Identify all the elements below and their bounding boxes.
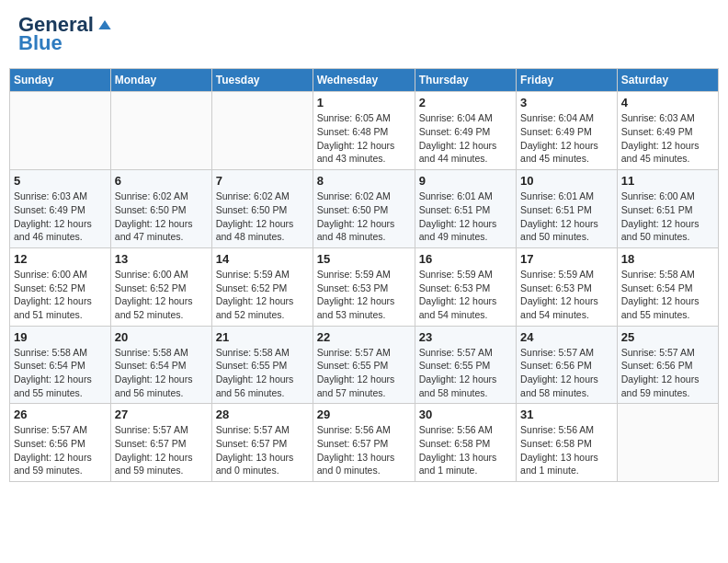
day-number: 29 xyxy=(317,408,411,421)
weekday-header-monday: Monday xyxy=(110,69,211,92)
calendar-cell: 30Sunrise: 5:56 AM Sunset: 6:58 PM Dayli… xyxy=(415,404,516,482)
day-info: Sunrise: 6:01 AM Sunset: 6:51 PM Dayligh… xyxy=(520,190,613,244)
calendar-cell: 22Sunrise: 5:57 AM Sunset: 6:55 PM Dayli… xyxy=(313,326,415,404)
day-number: 2 xyxy=(419,96,512,109)
day-info: Sunrise: 5:57 AM Sunset: 6:55 PM Dayligh… xyxy=(317,346,411,400)
calendar-cell xyxy=(10,92,111,170)
calendar-cell: 21Sunrise: 5:58 AM Sunset: 6:55 PM Dayli… xyxy=(211,326,313,404)
weekday-header-wednesday: Wednesday xyxy=(313,69,415,92)
day-number: 5 xyxy=(14,174,107,188)
day-info: Sunrise: 5:59 AM Sunset: 6:53 PM Dayligh… xyxy=(520,268,613,322)
calendar-cell: 20Sunrise: 5:58 AM Sunset: 6:54 PM Dayli… xyxy=(110,326,211,404)
day-info: Sunrise: 5:57 AM Sunset: 6:56 PM Dayligh… xyxy=(520,346,613,400)
day-info: Sunrise: 5:56 AM Sunset: 6:58 PM Dayligh… xyxy=(419,423,512,477)
day-number: 12 xyxy=(14,252,107,266)
day-number: 13 xyxy=(115,252,208,266)
day-info: Sunrise: 5:58 AM Sunset: 6:55 PM Dayligh… xyxy=(216,346,309,400)
day-number: 22 xyxy=(317,330,411,344)
weekday-header-tuesday: Tuesday xyxy=(211,69,313,92)
calendar-cell: 28Sunrise: 5:57 AM Sunset: 6:57 PM Dayli… xyxy=(211,404,313,482)
day-info: Sunrise: 6:02 AM Sunset: 6:50 PM Dayligh… xyxy=(115,190,208,244)
day-info: Sunrise: 5:57 AM Sunset: 6:57 PM Dayligh… xyxy=(115,423,208,477)
day-info: Sunrise: 5:58 AM Sunset: 6:54 PM Dayligh… xyxy=(621,268,714,322)
logo: General Blue xyxy=(18,14,114,54)
day-number: 7 xyxy=(216,174,309,188)
weekday-header-thursday: Thursday xyxy=(415,69,516,92)
calendar-cell: 1Sunrise: 6:05 AM Sunset: 6:48 PM Daylig… xyxy=(313,92,415,170)
day-info: Sunrise: 6:03 AM Sunset: 6:49 PM Dayligh… xyxy=(621,111,714,166)
day-number: 14 xyxy=(216,252,309,266)
day-info: Sunrise: 5:57 AM Sunset: 6:56 PM Dayligh… xyxy=(621,346,714,400)
calendar-week-1: 1Sunrise: 6:05 AM Sunset: 6:48 PM Daylig… xyxy=(10,92,719,170)
day-number: 28 xyxy=(216,408,309,421)
day-info: Sunrise: 5:59 AM Sunset: 6:52 PM Dayligh… xyxy=(216,268,309,322)
day-info: Sunrise: 6:00 AM Sunset: 6:51 PM Dayligh… xyxy=(621,190,714,244)
calendar-cell: 12Sunrise: 6:00 AM Sunset: 6:52 PM Dayli… xyxy=(10,247,111,326)
day-info: Sunrise: 6:00 AM Sunset: 6:52 PM Dayligh… xyxy=(115,268,208,322)
calendar-cell: 18Sunrise: 5:58 AM Sunset: 6:54 PM Dayli… xyxy=(617,247,718,326)
calendar-cell: 6Sunrise: 6:02 AM Sunset: 6:50 PM Daylig… xyxy=(110,170,211,248)
calendar-cell: 24Sunrise: 5:57 AM Sunset: 6:56 PM Dayli… xyxy=(517,326,618,404)
day-number: 20 xyxy=(115,330,208,344)
day-info: Sunrise: 6:04 AM Sunset: 6:49 PM Dayligh… xyxy=(520,111,613,166)
day-info: Sunrise: 5:57 AM Sunset: 6:56 PM Dayligh… xyxy=(14,423,107,477)
weekday-header-row: SundayMondayTuesdayWednesdayThursdayFrid… xyxy=(10,69,719,92)
logo-icon xyxy=(96,16,114,34)
calendar-table: SundayMondayTuesdayWednesdayThursdayFrid… xyxy=(9,68,719,482)
logo-subtext: Blue xyxy=(18,32,63,54)
day-info: Sunrise: 5:59 AM Sunset: 6:53 PM Dayligh… xyxy=(317,268,411,322)
day-number: 3 xyxy=(520,96,613,109)
calendar-cell: 10Sunrise: 6:01 AM Sunset: 6:51 PM Dayli… xyxy=(517,170,618,248)
day-number: 19 xyxy=(14,330,107,344)
calendar-cell: 31Sunrise: 5:56 AM Sunset: 6:58 PM Dayli… xyxy=(517,404,618,482)
calendar-week-2: 5Sunrise: 6:03 AM Sunset: 6:49 PM Daylig… xyxy=(10,170,719,248)
day-info: Sunrise: 5:56 AM Sunset: 6:58 PM Dayligh… xyxy=(520,423,613,477)
day-number: 6 xyxy=(115,174,208,188)
day-number: 1 xyxy=(317,96,411,109)
calendar-cell: 17Sunrise: 5:59 AM Sunset: 6:53 PM Dayli… xyxy=(517,247,618,326)
day-info: Sunrise: 5:56 AM Sunset: 6:57 PM Dayligh… xyxy=(317,423,411,477)
day-info: Sunrise: 5:57 AM Sunset: 6:55 PM Dayligh… xyxy=(419,346,512,400)
calendar-cell: 9Sunrise: 6:01 AM Sunset: 6:51 PM Daylig… xyxy=(415,170,516,248)
calendar-cell: 5Sunrise: 6:03 AM Sunset: 6:49 PM Daylig… xyxy=(10,170,111,248)
day-number: 31 xyxy=(520,408,613,421)
day-number: 10 xyxy=(520,174,613,188)
day-info: Sunrise: 6:02 AM Sunset: 6:50 PM Dayligh… xyxy=(216,190,309,244)
calendar-cell xyxy=(110,92,211,170)
day-number: 18 xyxy=(621,252,714,266)
day-number: 15 xyxy=(317,252,411,266)
calendar-cell: 16Sunrise: 5:59 AM Sunset: 6:53 PM Dayli… xyxy=(415,247,516,326)
weekday-header-saturday: Saturday xyxy=(617,69,718,92)
page-header: General Blue xyxy=(9,9,719,59)
day-number: 25 xyxy=(621,330,714,344)
day-info: Sunrise: 6:04 AM Sunset: 6:49 PM Dayligh… xyxy=(419,111,512,166)
calendar-week-4: 19Sunrise: 5:58 AM Sunset: 6:54 PM Dayli… xyxy=(10,326,719,404)
day-info: Sunrise: 6:05 AM Sunset: 6:48 PM Dayligh… xyxy=(317,111,411,166)
day-number: 24 xyxy=(520,330,613,344)
day-number: 9 xyxy=(419,174,512,188)
weekday-header-sunday: Sunday xyxy=(10,69,111,92)
day-number: 27 xyxy=(115,408,208,421)
calendar-cell: 26Sunrise: 5:57 AM Sunset: 6:56 PM Dayli… xyxy=(10,404,111,482)
day-number: 21 xyxy=(216,330,309,344)
calendar-cell: 15Sunrise: 5:59 AM Sunset: 6:53 PM Dayli… xyxy=(313,247,415,326)
day-number: 17 xyxy=(520,252,613,266)
calendar-cell: 23Sunrise: 5:57 AM Sunset: 6:55 PM Dayli… xyxy=(415,326,516,404)
calendar-cell: 8Sunrise: 6:02 AM Sunset: 6:50 PM Daylig… xyxy=(313,170,415,248)
calendar-cell: 25Sunrise: 5:57 AM Sunset: 6:56 PM Dayli… xyxy=(617,326,718,404)
calendar-cell: 2Sunrise: 6:04 AM Sunset: 6:49 PM Daylig… xyxy=(415,92,516,170)
calendar-cell: 27Sunrise: 5:57 AM Sunset: 6:57 PM Dayli… xyxy=(110,404,211,482)
calendar-cell xyxy=(617,404,718,482)
day-info: Sunrise: 5:59 AM Sunset: 6:53 PM Dayligh… xyxy=(419,268,512,322)
calendar-cell: 14Sunrise: 5:59 AM Sunset: 6:52 PM Dayli… xyxy=(211,247,313,326)
calendar-cell: 29Sunrise: 5:56 AM Sunset: 6:57 PM Dayli… xyxy=(313,404,415,482)
day-info: Sunrise: 6:02 AM Sunset: 6:50 PM Dayligh… xyxy=(317,190,411,244)
day-info: Sunrise: 5:57 AM Sunset: 6:57 PM Dayligh… xyxy=(216,423,309,477)
calendar-week-3: 12Sunrise: 6:00 AM Sunset: 6:52 PM Dayli… xyxy=(10,247,719,326)
day-number: 11 xyxy=(621,174,714,188)
day-number: 26 xyxy=(14,408,107,421)
calendar-cell: 11Sunrise: 6:00 AM Sunset: 6:51 PM Dayli… xyxy=(617,170,718,248)
calendar-cell: 4Sunrise: 6:03 AM Sunset: 6:49 PM Daylig… xyxy=(617,92,718,170)
calendar-cell: 13Sunrise: 6:00 AM Sunset: 6:52 PM Dayli… xyxy=(110,247,211,326)
day-info: Sunrise: 5:58 AM Sunset: 6:54 PM Dayligh… xyxy=(115,346,208,400)
